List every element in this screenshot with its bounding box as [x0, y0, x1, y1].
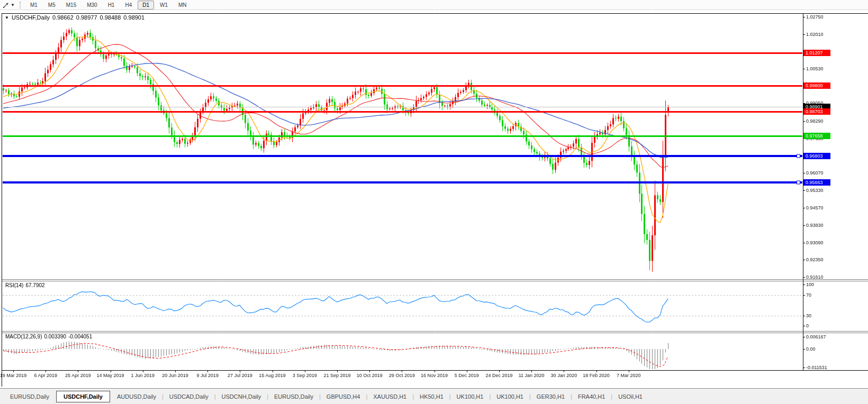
price-tick-label: 1.02010	[806, 32, 824, 37]
resistance-price-label[interactable]: 0.99800	[803, 82, 830, 89]
ohlc-low: 0.98488	[100, 14, 121, 21]
chart-tab-hk50[interactable]: HK50,H1	[414, 393, 449, 400]
date-label: 16 Nov 2019	[421, 373, 448, 378]
date-label: 15 Aug 2019	[259, 373, 286, 378]
timeframe-button-m5[interactable]: M5	[43, 1, 60, 10]
date-label: 9 Jul 2019	[196, 373, 219, 378]
rsi-tick-label: 0	[806, 323, 809, 328]
timeframe-button-m30[interactable]: M30	[82, 1, 102, 10]
date-label: 1 Jun 2019	[131, 373, 155, 378]
timeframe-button-group: M1M5M15M30H1H4D1W1MN	[25, 1, 192, 10]
timeframe-button-m1[interactable]: M1	[25, 1, 42, 10]
timeframe-button-h4[interactable]: H4	[120, 1, 137, 10]
chart-tab-usdchf-active[interactable]: USDCHF,Daily	[56, 391, 110, 402]
date-label: 3 Sep 2019	[293, 373, 317, 378]
timeframe-button-mn[interactable]: MN	[174, 1, 192, 10]
macd-signal-value: -0.004051	[68, 334, 92, 339]
date-label: 6 Apr 2019	[34, 373, 57, 378]
rsi-indicator-label: RSI(14)67.7902	[5, 282, 45, 288]
rsi-tick-label: 30	[806, 313, 811, 318]
support-price-label[interactable]: 0.95663	[803, 179, 830, 186]
timeframe-button-d1[interactable]: D1	[138, 1, 154, 10]
date-label: 20 Jun 2019	[162, 373, 188, 378]
price-tick-label: 0.98290	[806, 118, 824, 124]
chart-tab-gbpusd[interactable]: GBPUSD,H4	[321, 393, 366, 400]
chart-symbol-period: USDCHF,Daily	[12, 14, 50, 21]
macd-tick-label: 0.00	[806, 346, 816, 352]
collapse-triangle-icon[interactable]: ▼	[5, 15, 9, 20]
support-price-label[interactable]: 0.96803	[803, 153, 830, 159]
toolbar-grip[interactable]	[20, 2, 21, 8]
chart-tab-eurusd[interactable]: EURUSD,Daily	[268, 393, 319, 400]
date-label: 25 Apr 2019	[65, 373, 91, 378]
date-label: 10 Oct 2019	[357, 373, 383, 378]
chart-tab-uk100[interactable]: UK100,H1	[451, 393, 490, 400]
chart-tab-ger30[interactable]: GER30,H1	[531, 393, 571, 400]
chart-tab-usdcnh[interactable]: USDCNH,Daily	[216, 393, 267, 400]
cursor-tool-button[interactable]: ▼	[1, 1, 16, 9]
chart-tab-audusd[interactable]: AUDUSD,Daily	[111, 393, 162, 400]
rsi-value: 67.7902	[25, 282, 44, 288]
chart-tab-usdcad[interactable]: USDCAD,Daily	[164, 393, 214, 400]
macd-indicator-label: MACD(12,26,9)0.003390-0.004051	[5, 334, 92, 339]
price-tick-label: 0.95330	[806, 188, 824, 193]
rsi-name: RSI(14)	[5, 282, 23, 288]
price-tick-label: 0.93830	[806, 223, 824, 228]
macd-tick-label: -0.011531	[806, 365, 827, 370]
date-label: 11 Jan 2020	[519, 373, 545, 378]
resistance-price-label[interactable]: 0.98703	[803, 108, 830, 115]
ohlc-open: 0.98662	[52, 14, 74, 21]
macd-name: MACD(12,26,9)	[5, 334, 42, 339]
chart-title: ▼USDCHF,Daily0.986620.989770.984880.9890…	[5, 14, 144, 21]
ohlc-high: 0.98977	[76, 14, 97, 21]
toolbar: ▼ M1M5M15M30H1H4D1W1MN	[0, 0, 868, 10]
timeframe-button-w1[interactable]: W1	[155, 1, 173, 10]
chart-tab-fra40[interactable]: FRA40,H1	[572, 393, 611, 400]
macd-main-value: 0.003390	[44, 334, 66, 339]
price-tick-label: 0.93090	[806, 240, 824, 245]
price-tick-label: 0.96070	[806, 170, 824, 176]
chart-tab-uk100[interactable]: UK100,H1	[491, 393, 529, 400]
timeframe-button-h1[interactable]: H1	[103, 1, 120, 10]
date-label: 29 Oct 2019	[389, 373, 415, 378]
price-tick-label: 1.02750	[806, 14, 824, 20]
price-tick-label: 0.92350	[806, 257, 824, 262]
date-label: 21 Sep 2019	[323, 373, 350, 378]
rsi-tick-label: 70	[806, 292, 811, 298]
date-label: 7 Mar 2020	[617, 373, 641, 378]
rsi-tick-label: 100	[806, 282, 814, 287]
chart-tab-bar: EURUSD,DailyUSDCHF,DailyAUDUSD,Daily|USD…	[0, 388, 868, 404]
chart-tab-usoil[interactable]: USOil,H1	[612, 393, 648, 400]
resistance-price-label[interactable]: 1.01207	[803, 50, 830, 56]
macd-tick-label: 0.006167	[806, 334, 826, 339]
price-tick-label: 1.00530	[806, 66, 824, 71]
ohlc-close: 0.98901	[123, 14, 144, 21]
date-label: 24 Dec 2019	[485, 373, 512, 378]
chart-tab-eurusd[interactable]: EURUSD,Daily	[4, 393, 55, 400]
price-tick-label: 0.91610	[806, 274, 824, 280]
timeframe-button-m15[interactable]: M15	[61, 1, 81, 10]
date-label: 27 Jul 2019	[228, 373, 252, 378]
date-label: 19 Mar 2019	[0, 373, 26, 378]
chart-cursor-icon	[3, 2, 10, 8]
chart-canvas[interactable]	[0, 0, 868, 404]
date-label: 18 Feb 2020	[583, 373, 610, 378]
chevron-down-icon: ▼	[11, 3, 15, 7]
support-price-label[interactable]: 0.97658	[803, 133, 830, 139]
date-label: 5 Dec 2019	[455, 373, 479, 378]
price-tick-label: 0.94570	[806, 205, 824, 210]
date-label: 30 Jan 2020	[551, 373, 577, 378]
chart-tab-xauusd[interactable]: XAUUSD,H1	[367, 393, 412, 400]
date-label: 14 May 2019	[97, 373, 124, 378]
